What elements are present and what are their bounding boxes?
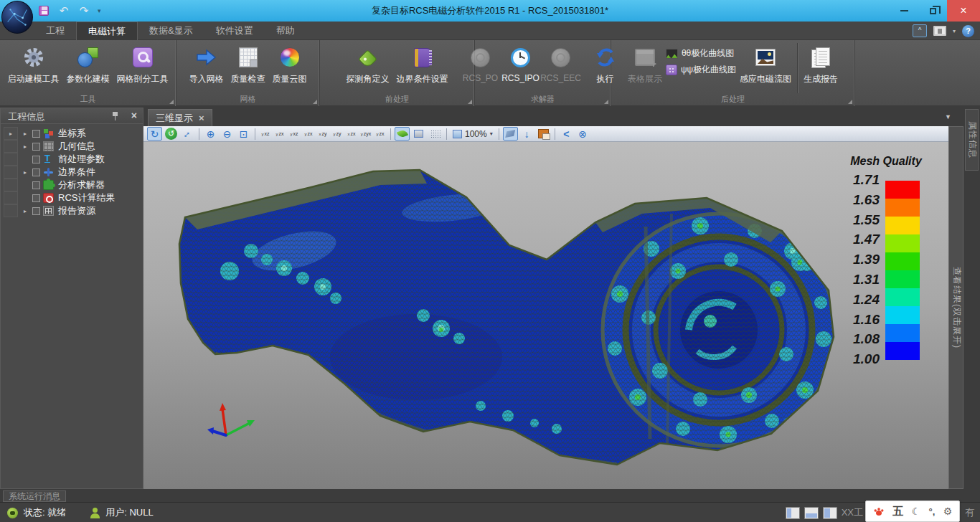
zoom-level-dropdown-icon[interactable]: ▾: [490, 130, 493, 137]
minimize-button[interactable]: [890, 0, 918, 22]
boundary-settings-button[interactable]: 边界条件设置: [393, 42, 452, 85]
3d-viewport[interactable]: Mesh Quality 1.711.631.551.471.391.311.2…: [143, 142, 948, 489]
app-logo[interactable]: [1, 1, 33, 34]
share-icon[interactable]: <: [559, 127, 574, 141]
rcs-po-button[interactable]: RCS_PO: [461, 42, 501, 83]
pin-icon[interactable]: [111, 111, 120, 121]
down-arrow-icon[interactable]: ↓: [519, 127, 534, 141]
view-orientation-button[interactable]: yzx: [301, 127, 316, 141]
layout-left-panel-icon[interactable]: [786, 507, 800, 519]
clear-view-icon[interactable]: ⊗: [575, 127, 590, 141]
ime-settings-icon[interactable]: ⚙: [943, 506, 953, 517]
psi-polarization-curve-button[interactable]: ψψ极化曲线图: [666, 64, 736, 76]
ime-paw-icon[interactable]: [873, 506, 885, 517]
tree-item[interactable]: ▸边界条件: [4, 166, 140, 179]
view-orientation-button[interactable]: xzx: [344, 127, 359, 141]
display-style-icon[interactable]: [933, 26, 946, 36]
tab-data-display[interactable]: 数据&显示: [138, 22, 204, 40]
ime-punctuation-icon[interactable]: °,: [928, 506, 935, 517]
zoom-fit-icon[interactable]: ⊡: [236, 127, 251, 141]
tab-em-compute[interactable]: 电磁计算: [76, 22, 138, 40]
view-orientation-button[interactable]: yxz: [258, 127, 273, 141]
display-style-dropdown-icon[interactable]: ▾: [953, 28, 956, 34]
zoom-level-control[interactable]: 100% ▾: [450, 129, 496, 139]
shaded-leaf-icon[interactable]: [395, 127, 410, 141]
wireframe-box-icon[interactable]: [411, 127, 426, 141]
tree-item[interactable]: 前处理参数: [4, 153, 140, 166]
points-grid-icon[interactable]: [428, 127, 443, 141]
tree-item[interactable]: ▸报告资源: [4, 204, 140, 217]
tree-checkbox[interactable]: [32, 181, 40, 189]
legend-colorbar: [885, 181, 920, 360]
collapse-ribbon-icon[interactable]: ^: [913, 24, 927, 37]
panel-close-icon[interactable]: ×: [131, 110, 137, 121]
ime-wubi-mode[interactable]: 五: [892, 505, 903, 518]
ime-moon-icon[interactable]: ☾: [912, 506, 921, 517]
help-icon[interactable]: ?: [962, 25, 974, 37]
ime-toolbar[interactable]: 五 ☾ °, ⚙: [865, 500, 960, 522]
mesh-partition-tool-button[interactable]: 网格剖分工具: [113, 42, 172, 85]
zoom-in-icon[interactable]: ⊕: [203, 127, 218, 141]
tab-project[interactable]: 工程: [34, 22, 76, 40]
group-expand-corner-icon[interactable]: [604, 100, 608, 104]
tree-checkbox[interactable]: [32, 207, 40, 215]
property-info-tab[interactable]: 属性信息: [965, 109, 979, 171]
tab-help[interactable]: 帮助: [265, 22, 306, 40]
tree-item[interactable]: ▸几何信息: [4, 140, 140, 153]
orbit-rotate-icon[interactable]: ↻: [147, 127, 162, 141]
ribbon-group-preprocess: 探测角定义 边界条件设置 前处理: [320, 40, 475, 106]
view-orientation-button[interactable]: yzx: [373, 127, 387, 141]
tree-item[interactable]: RCS计算结果: [4, 191, 140, 204]
tree-checkbox[interactable]: [32, 130, 40, 138]
restore-button[interactable]: [918, 0, 947, 22]
rcs-ipo-button[interactable]: RCS_IPO: [501, 42, 541, 83]
view-orientation-button[interactable]: xzy: [316, 127, 330, 141]
tree-item[interactable]: ▸▸坐标系: [4, 127, 140, 140]
quality-check-button[interactable]: 质量检查: [227, 42, 269, 85]
pan-arrow-icon[interactable]: ↕: [177, 123, 197, 143]
layout-bottom-panel-icon[interactable]: [804, 507, 819, 519]
group-expand-corner-icon[interactable]: [468, 100, 472, 104]
tab-list-dropdown-icon[interactable]: ▼: [945, 113, 951, 120]
table-display-button[interactable]: 表格展示: [624, 42, 666, 85]
group-expand-corner-icon[interactable]: [169, 100, 174, 104]
import-mesh-button[interactable]: 导入网格: [186, 42, 227, 85]
expand-arrow-icon[interactable]: ▸: [21, 169, 29, 176]
generate-report-button[interactable]: 生成报告: [800, 42, 842, 85]
results-collapsed-bar[interactable]: 查看结果(双击展开): [948, 126, 963, 489]
view-orientation-button[interactable]: yxz: [287, 127, 301, 141]
layers-window-icon[interactable]: [536, 127, 551, 141]
tree-checkbox[interactable]: [32, 143, 40, 151]
parametric-modeling-button[interactable]: 参数化建模: [63, 42, 113, 85]
zoom-out-icon[interactable]: ⊖: [220, 127, 235, 141]
group-label-solver: 求解器: [475, 94, 611, 105]
quality-contour-button[interactable]: 质量云图: [269, 42, 311, 85]
expand-arrow-icon[interactable]: ▸: [21, 143, 29, 150]
expand-arrow-icon[interactable]: ▸: [21, 130, 29, 137]
legend-value: 1.71: [838, 172, 880, 188]
view-orientation-button[interactable]: yzyx: [359, 127, 373, 141]
view-orientation-button[interactable]: yzx: [273, 127, 287, 141]
induced-current-map-button[interactable]: 感应电磁流图: [736, 42, 795, 85]
tree-checkbox[interactable]: [32, 156, 40, 163]
surface-mode-icon[interactable]: [503, 127, 518, 141]
tab-software-settings[interactable]: 软件设置: [204, 22, 265, 40]
legend-value: 1.08: [838, 331, 880, 347]
launch-modeling-tool-button[interactable]: 启动建模工具: [4, 42, 63, 85]
tab-close-icon[interactable]: ×: [199, 110, 204, 126]
rcs-eec-button[interactable]: RCS_EEC: [541, 42, 581, 83]
theta-polarization-curve-button[interactable]: θθ极化曲线图: [666, 47, 736, 60]
expand-arrow-icon[interactable]: ▸: [21, 208, 29, 214]
probe-angle-button[interactable]: 探测角定义: [343, 42, 393, 85]
group-expand-corner-icon[interactable]: [313, 100, 317, 104]
view-orientation-button[interactable]: yzy: [330, 127, 344, 141]
tree-item[interactable]: 分析求解器: [4, 179, 140, 191]
tab-3d-display[interactable]: 三维显示 ×: [148, 109, 212, 126]
tree-checkbox[interactable]: [32, 194, 40, 202]
group-expand-corner-icon[interactable]: [848, 100, 852, 104]
tree-checkbox[interactable]: [32, 169, 40, 176]
sync-view-icon[interactable]: ↺: [164, 127, 179, 141]
layout-full-left-icon[interactable]: [823, 507, 837, 519]
system-message-tab[interactable]: 系统运行消息: [3, 490, 66, 502]
close-button[interactable]: ×: [947, 0, 980, 22]
